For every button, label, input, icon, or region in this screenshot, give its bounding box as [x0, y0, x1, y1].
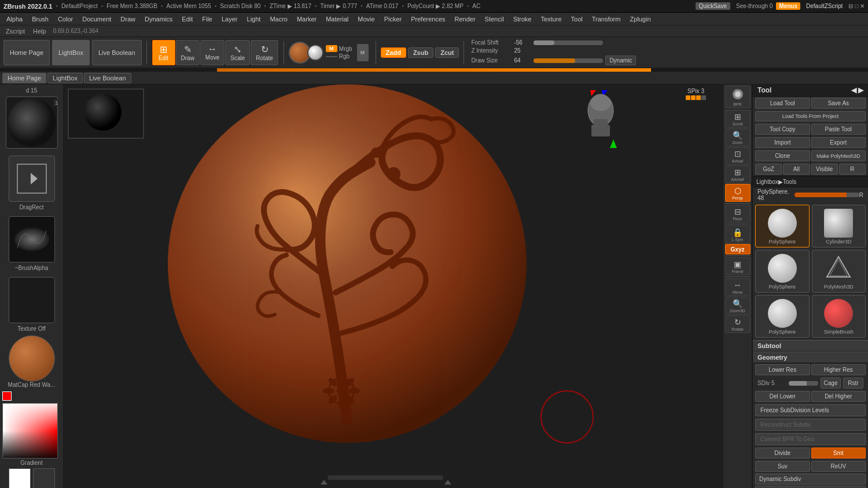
rstr-button[interactable]: Rstr [843, 378, 863, 389]
menu-edit[interactable]: Edit [178, 14, 197, 24]
tool-thumbnail-1[interactable]: 1 [6, 97, 58, 149]
gxyz-button[interactable]: Gxyz [725, 244, 751, 254]
scroll-right-triangle[interactable] [444, 480, 451, 485]
swatch-white[interactable] [9, 468, 31, 488]
menu-marker[interactable]: Marker [293, 14, 321, 24]
rotate3d-button[interactable]: ↻ Rotate [725, 315, 751, 333]
live-boolean-button[interactable]: Live Boolean [92, 40, 142, 65]
higher-res-button[interactable]: Higher Res [811, 364, 866, 375]
zoom3d-button[interactable]: 🔍 Zoom3D [725, 297, 751, 315]
color-indicator[interactable] [2, 391, 12, 401]
menu-light[interactable]: Light [243, 14, 265, 24]
menu-macro[interactable]: Macro [266, 14, 292, 24]
del-lower-button[interactable]: Del Lower [755, 391, 810, 402]
zadd-button[interactable]: Zadd [381, 47, 406, 58]
rotate-button[interactable]: ↻ Rotate [251, 40, 278, 65]
scroll-left-triangle[interactable] [321, 480, 328, 485]
reconstruct-subdiv-button[interactable]: Reconstruct Subdiv [755, 419, 866, 431]
menu-dynamics[interactable]: Dynamics [141, 14, 176, 24]
menu-help[interactable]: Help [30, 27, 50, 35]
polysphere-tool-item[interactable]: PolySphere [755, 205, 810, 247]
menu-document[interactable]: Document [78, 14, 115, 24]
scale-button[interactable]: ⤡ Scale [225, 40, 250, 65]
color-gradient-picker[interactable] [2, 403, 58, 459]
suv-button[interactable]: Suv [755, 461, 810, 472]
lightbox-sub-button[interactable]: LightBox [47, 73, 83, 83]
home-page-button[interactable]: Home Page [3, 40, 50, 65]
mrgb-toggle[interactable]: M [326, 45, 337, 52]
paste-tool-button[interactable]: Paste Tool [811, 124, 866, 135]
m-toggle[interactable]: M [357, 44, 369, 61]
polysphere-count-slider[interactable] [795, 193, 859, 197]
lightbox-tools-link[interactable]: Lightbox▶Tools [756, 179, 796, 185]
dynamic-button[interactable]: Dynamic [605, 56, 636, 65]
bpr-button[interactable]: BPR [725, 86, 751, 108]
all-button[interactable]: All [783, 164, 810, 175]
bottom-scrollbar[interactable] [328, 475, 443, 480]
actual-button[interactable]: ⊡ Actual [725, 147, 751, 165]
convert-bpr-button[interactable]: Convert BPR To Geo [755, 433, 866, 445]
import-button[interactable]: Import [755, 137, 810, 148]
draw-button[interactable]: ✎ Draw [176, 40, 200, 65]
load-tool-button[interactable]: Load Tool [755, 98, 810, 109]
menu-texture[interactable]: Texture [536, 14, 565, 24]
load-tools-from-project-button[interactable]: Load Tools From Project [755, 111, 866, 121]
menu-movie[interactable]: Movie [354, 14, 378, 24]
edit-button[interactable]: ⊞ Edit [152, 40, 175, 65]
brushalpha-thumbnail[interactable] [9, 216, 55, 263]
menu-tool[interactable]: Tool [567, 14, 587, 24]
subtool-section-header[interactable]: Subtool [753, 340, 868, 352]
menu-picker[interactable]: Picker [380, 14, 406, 24]
draw-size-slider[interactable] [534, 58, 603, 63]
swatch-black[interactable] [33, 468, 55, 488]
menu-zscript[interactable]: Zscript [2, 27, 28, 35]
polymesh3d-tool-item[interactable]: PolyMesh3D [812, 250, 866, 293]
lower-res-button[interactable]: Lower Res [755, 364, 810, 375]
make-polymesh-button[interactable]: Make PolyMesh3D [811, 150, 866, 161]
menu-stroke[interactable]: Stroke [509, 14, 536, 24]
move3d-button[interactable]: ↔ Move [725, 278, 751, 296]
menu-stencil[interactable]: Stencil [481, 14, 508, 24]
defaultzscript-label[interactable]: DefaultZScript [806, 3, 843, 9]
homepage-sub-button[interactable]: Home Page [2, 73, 46, 83]
copy-tool-button[interactable]: Tool Copy [755, 124, 810, 135]
sdiv-slider[interactable] [789, 381, 818, 386]
visible-button[interactable]: Visible [811, 164, 838, 175]
polysphere2-tool-item[interactable]: PolySphere [755, 250, 810, 293]
clone-button[interactable]: Clone [755, 150, 810, 161]
zcut-button[interactable]: Zcut [435, 47, 459, 58]
edgeloop-button[interactable]: EdgeLoop [755, 486, 866, 488]
simplebrush-tool-item[interactable]: SimpleBrush [812, 295, 866, 338]
divide-button[interactable]: Divide [755, 448, 810, 459]
goz-button[interactable]: GoZ [755, 164, 782, 175]
lightbox-button[interactable]: LightBox [52, 40, 90, 65]
dragrect-thumbnail[interactable] [9, 156, 55, 202]
freeze-subdiv-button[interactable]: Freeze SubDivision Levels [755, 404, 866, 416]
seethrough-label[interactable]: See-through 0 [736, 3, 773, 9]
menu-zplugin[interactable]: Zplugin [626, 14, 654, 24]
frame-button[interactable]: ▣ Frame [725, 257, 751, 275]
texture-thumbnail[interactable] [9, 277, 55, 323]
menus-button[interactable]: Menus [776, 2, 800, 10]
floor-button[interactable]: ⊟ Floor [725, 205, 751, 223]
menu-file[interactable]: File [198, 14, 216, 24]
menu-brush[interactable]: Brush [28, 14, 53, 24]
save-as-button[interactable]: Save As [811, 98, 866, 109]
move-button[interactable]: ↔ Move [200, 40, 225, 65]
persp-button[interactable]: ⬡ Persp [725, 184, 751, 202]
secondary-color-sphere[interactable] [307, 45, 323, 61]
r-button[interactable]: R [839, 164, 866, 175]
live-boolean-sub-button[interactable]: Live Boolean [84, 73, 131, 83]
aahalf-button[interactable]: ⊞ AAHalf [725, 165, 751, 183]
lsym-button[interactable]: 🔒 L Sym [725, 225, 751, 243]
menu-draw[interactable]: Draw [116, 14, 139, 24]
cylinder3d-tool-item[interactable]: Cylinder3D [812, 205, 866, 247]
geometry-section-header[interactable]: Geometry [753, 352, 868, 363]
scroll-button[interactable]: ⊞ Scroll [725, 110, 751, 128]
menu-alpha[interactable]: Alpha [2, 14, 27, 24]
canvas-area[interactable]: SPix 3 [64, 84, 723, 488]
cage-button[interactable]: Cage [821, 378, 841, 389]
focal-shift-slider[interactable] [534, 40, 603, 45]
rgb-toggle[interactable] [326, 56, 337, 57]
del-higher-button[interactable]: Del Higher [811, 391, 866, 402]
